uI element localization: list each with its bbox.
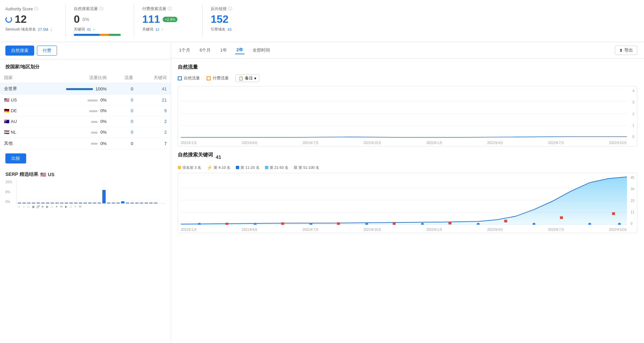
chevron-down-icon: ▾ — [254, 76, 256, 81]
serp-icon: ★ — [41, 205, 44, 208]
svg-point-11 — [198, 223, 201, 225]
serp-bar — [154, 203, 157, 203]
info-icon[interactable]: ⓘ — [34, 6, 38, 12]
notes-button[interactable]: 📋 备注 ▾ — [235, 74, 259, 82]
legend-box-21-50 — [265, 166, 268, 169]
serp-section-title: SERP 精选结果 🇺🇸 US — [5, 172, 165, 178]
serp-bar — [107, 203, 110, 203]
info-icon-paid[interactable]: ⓘ — [168, 6, 172, 12]
serp-bar — [37, 203, 40, 203]
tabs-row: 自然搜索 付费 — [0, 42, 171, 59]
authority-score-block: Authority Score ⓘ 12 Semrush 域名排名 27.5M … — [5, 4, 66, 38]
serp-bars-container — [16, 180, 165, 204]
serp-bar — [27, 203, 31, 203]
serp-bar — [98, 203, 101, 203]
svg-rect-25 — [504, 220, 507, 222]
serp-bar — [41, 203, 45, 203]
progress-green — [109, 34, 121, 36]
svg-rect-26 — [560, 216, 563, 219]
paid-traffic-block: 付费搜索流量 ⓘ 111 +2.8% 关键词 12 ↑ — [142, 4, 203, 38]
keywords-val: 7 — [137, 138, 171, 149]
time-btn-1m[interactable]: 1个月 — [178, 47, 192, 54]
serp-bar — [130, 203, 134, 203]
legend-4-10: ⚡ 第 4-10 名 — [207, 165, 230, 170]
metrics-bar: Authority Score ⓘ 12 Semrush 域名排名 27.5M … — [0, 0, 644, 42]
traffic-bar — [91, 132, 98, 134]
right-panel: 1个月 6个月 1年 2年 全部时间 ⬆ 导出 自然流量 自然流量 付费流量 — [171, 42, 644, 342]
legend-paid: 付费流量 — [207, 75, 229, 81]
organic-keywords: 关键词 41 ↑ — [74, 27, 126, 32]
traffic-bar — [91, 143, 98, 145]
keywords-val: 2 — [137, 116, 171, 127]
serp-bar — [93, 203, 96, 203]
tab-paid[interactable]: 付费 — [37, 46, 57, 56]
col-traffic-pct: 流量比例 — [34, 73, 111, 83]
kw-chart-title: 自然搜索关键词 — [178, 152, 213, 158]
serp-icon: ▣ — [32, 205, 35, 208]
traffic-val: 0 — [111, 83, 137, 95]
serp-bar — [65, 203, 68, 203]
table-row: 其他 0% 0 7 — [0, 138, 171, 149]
legend-box-51-100 — [294, 166, 297, 169]
traffic-val: 0 — [111, 138, 137, 149]
progress-blue — [74, 34, 100, 36]
serp-icon: ✉ — [78, 205, 82, 208]
note-icon: 📋 — [238, 76, 244, 81]
time-btn-all[interactable]: 全部时间 — [251, 47, 271, 54]
serp-bar — [69, 203, 73, 203]
export-icon: ⬆ — [619, 48, 623, 53]
time-btn-2y[interactable]: 2年 — [235, 46, 245, 54]
serp-bar — [145, 203, 148, 203]
serp-icon: □ — [69, 205, 72, 208]
serp-bar — [121, 201, 124, 203]
serp-icon: ✉ — [60, 205, 63, 208]
organic-chart-y-axis: 4 3 2 1 0 — [632, 89, 634, 139]
serp-flag: 🇺🇸 — [40, 172, 46, 177]
serp-chart: 16% 8% 0% — [5, 180, 165, 207]
serp-bar — [60, 203, 63, 203]
organic-traffic-title: 自然搜索流量 ⓘ — [74, 6, 126, 12]
legend-top3: 排名前 3 名 — [178, 165, 201, 170]
kw-legend: 排名前 3 名 ⚡ 第 4-10 名 第 11-20 名 第 21-50 名 — [178, 165, 637, 170]
tab-organic[interactable]: 自然搜索 — [5, 46, 34, 56]
table-row: 全世界 100% 0 41 — [0, 83, 171, 95]
traffic-val: 0 — [111, 116, 137, 127]
time-filter-row: 1个月 6个月 1年 2年 全部时间 ⬆ 导出 — [171, 42, 644, 59]
country-table: 国家 流量比例 流量 关键词 全世界 100% 0 41 — [0, 73, 171, 149]
country-name: 🇳🇱NL — [0, 127, 34, 138]
table-row: 🇳🇱NL 0% 0 2 — [0, 127, 171, 138]
compare-button[interactable]: 比较 — [5, 153, 26, 163]
serp-bar — [55, 203, 59, 203]
traffic-progress-bar — [74, 34, 121, 36]
authority-score-value: 12 — [5, 13, 57, 25]
traffic-bar-cell: 0% — [34, 95, 111, 106]
keywords-val: 41 — [137, 83, 171, 95]
legend-21-50: 第 21-50 名 — [265, 165, 288, 170]
info-icon-backlinks[interactable]: ⓘ — [228, 6, 232, 12]
organic-chart-area: 4 3 2 1 0 2021年1月 — [178, 86, 637, 146]
organic-chart-title: 自然流量 — [178, 64, 637, 70]
svg-rect-22 — [337, 222, 340, 225]
kw-chart-svg — [181, 176, 627, 225]
country-section-title: 按国家/地区划分 — [0, 59, 171, 73]
organic-chart-svg — [181, 89, 627, 138]
kw-chart-x-axis: 2021年1月 2021年4月 2021年7月 2021年10月 2022年1月… — [181, 227, 627, 232]
legend-box-organic — [178, 76, 182, 80]
svg-rect-24 — [448, 222, 451, 224]
traffic-val: 0 — [111, 127, 137, 138]
authority-score-title: Authority Score ⓘ — [5, 6, 57, 12]
info-icon-organic[interactable]: ⓘ — [99, 6, 103, 12]
traffic-bar-cell: 0% — [34, 138, 111, 149]
serp-bar-tall — [102, 190, 106, 203]
backlinks-value: 152 — [211, 13, 263, 25]
time-btn-6m[interactable]: 6个月 — [198, 47, 212, 54]
col-country: 国家 — [0, 73, 34, 83]
keywords-chart-section: 自然搜索关键词 41 排名前 3 名 ⚡ 第 4-10 名 第 11-20 名 — [178, 152, 637, 233]
score-circle-icon — [5, 16, 12, 23]
table-row: 🇺🇸US 0% 0 21 — [0, 95, 171, 106]
serp-icon: ✧ — [74, 205, 77, 208]
country-name: 🇦🇺AU — [0, 116, 34, 127]
col-traffic: 流量 — [111, 73, 137, 83]
time-btn-1y[interactable]: 1年 — [219, 47, 228, 54]
export-button[interactable]: ⬆ 导出 — [615, 46, 637, 55]
